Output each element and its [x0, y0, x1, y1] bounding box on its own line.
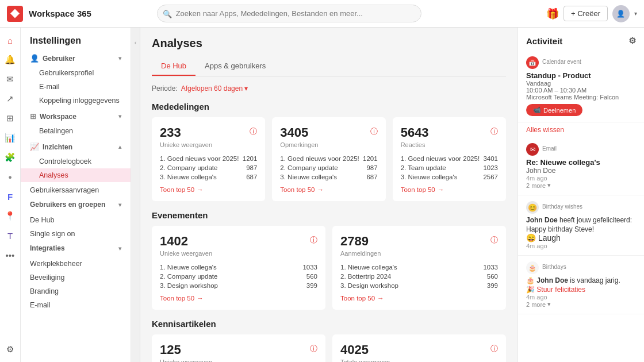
- app-logo[interactable]: [7, 6, 23, 22]
- list-item: 1. Goed nieuws voor 2025! 1201: [280, 154, 377, 163]
- arrow-right-icon: →: [197, 186, 204, 193]
- collapse-icon[interactable]: ‹: [135, 39, 137, 46]
- search-input[interactable]: [157, 5, 421, 22]
- chevron-icon: ▾: [547, 301, 551, 308]
- stat-card-opmerkingen: 3405 Opmerkingen ⓘ 1. Goed nieuws voor 2…: [272, 117, 385, 201]
- stat-card-kennis-totaal: 4025 Totale weergaven ⓘ 1. Workspace ins…: [332, 334, 506, 362]
- sidebar-item-branding[interactable]: Branding: [21, 284, 131, 298]
- activity-email-more[interactable]: 2 more ▾: [526, 182, 636, 189]
- tab-de-hub[interactable]: De Hub: [152, 57, 195, 76]
- activity-event-title: Standup - Product: [526, 71, 636, 80]
- list-item: 2. Team update 1023: [401, 163, 498, 172]
- sidebar-item-sso[interactable]: Single sign on: [21, 227, 131, 241]
- stat-number: 5643: [401, 125, 429, 140]
- show-more-link[interactable]: Toon top 50 →: [340, 295, 498, 302]
- tabs-bar: De Hub Apps & gebruikers: [152, 57, 506, 76]
- list-item: 2. Bottertrip 2024 560: [340, 272, 498, 281]
- section-evenementen-title: Evenementen: [152, 210, 506, 220]
- nav-teams-icon[interactable]: T: [2, 228, 18, 244]
- nav-home-icon[interactable]: ⌂: [2, 32, 18, 48]
- inzichten-icon: 📈: [30, 143, 39, 151]
- icon-nav-bottom: ⚙: [2, 341, 18, 357]
- sidebar-section-inzichten-header[interactable]: 📈 Inzichten ▴: [21, 139, 131, 155]
- nav-bell-icon[interactable]: 🔔: [2, 52, 18, 68]
- stat-list: 1. Nieuwe collega's 1033 2. Bottertrip 2…: [340, 263, 498, 290]
- list-item: 1. Goed nieuws voor 2025! 3401: [401, 154, 498, 163]
- nav-circle-icon[interactable]: ●: [2, 169, 18, 185]
- sidebar-section-workspace-header[interactable]: ⊞ Workspace ▾: [21, 109, 131, 124]
- activity-birthdays-action[interactable]: 🎉 Stuur felicitaties: [526, 286, 636, 294]
- nav-mail-icon[interactable]: ✉: [2, 71, 18, 87]
- stat-label: Unieke weergaven: [160, 141, 212, 148]
- info-icon: ⓘ: [250, 126, 257, 137]
- activity-item-birthdays: 🎂 Birthdays 🎂 John Doe is vandaag jarig.…: [518, 256, 644, 314]
- nav-chart-icon[interactable]: 📊: [2, 130, 18, 146]
- nav-f-icon[interactable]: F: [2, 188, 18, 205]
- stat-label: Unieke weergaven: [160, 359, 212, 362]
- mededelingen-cards: 233 Unieke weergaven ⓘ 1. Goed nieuws vo…: [152, 117, 506, 201]
- integraties-chevron-icon: ▾: [118, 245, 121, 252]
- sidebar-section-gebruikers-header[interactable]: Gebruikers en groepen ▾: [21, 197, 131, 212]
- avatar-chevron-icon[interactable]: ▾: [634, 10, 637, 17]
- clear-all-button[interactable]: Alles wissen: [518, 122, 644, 137]
- nav-location-icon[interactable]: 📍: [2, 208, 18, 224]
- nav-puzzle-icon[interactable]: 🧩: [2, 149, 18, 165]
- teams-icon: 📹: [533, 106, 541, 114]
- period-selector[interactable]: Afgelopen 60 dagen ▾: [181, 84, 248, 93]
- join-button[interactable]: 📹 Deelnemen: [526, 104, 582, 116]
- sidebar-item-werkplekbeheer[interactable]: Werkplekbeheer: [21, 257, 131, 271]
- activity-birthdays-more[interactable]: 2 more ▾: [526, 301, 636, 308]
- sidebar-item-gebruikersprofiel[interactable]: Gebruikersprofiel: [21, 66, 131, 80]
- gift-icon[interactable]: 🎁: [546, 7, 559, 20]
- sidebar-item-gebruikersaanvragen[interactable]: Gebruikersaanvragen: [21, 183, 131, 197]
- stat-number: 4025: [340, 342, 390, 357]
- activity-gear-icon[interactable]: ⚙: [628, 36, 636, 46]
- nav-grid-icon[interactable]: ⊞: [2, 110, 18, 126]
- activity-title: Activiteit: [526, 36, 562, 46]
- sidebar-collapse[interactable]: ‹: [131, 28, 140, 362]
- sidebar-item-controlelogboek[interactable]: Controlelogboek: [21, 155, 131, 168]
- sidebar-item-de-hub[interactable]: De Hub: [21, 213, 131, 227]
- sidebar-item-analyses[interactable]: Analyses: [21, 168, 131, 182]
- stat-card-reacties: 5643 Reacties ⓘ 1. Goed nieuws voor 2025…: [393, 117, 506, 201]
- icon-nav: ⌂ 🔔 ✉ ↗ ⊞ 📊 🧩 ● F 📍 T ••• ⚙: [0, 28, 21, 362]
- sidebar-item-beveiliging[interactable]: Beveiliging: [21, 271, 131, 284]
- stat-list: 1. Goed nieuws voor 2025! 3401 2. Team u…: [401, 154, 498, 182]
- stat-label: Reacties: [401, 141, 429, 148]
- show-more-link[interactable]: Toon top 50 →: [160, 295, 317, 302]
- nav-settings-icon[interactable]: ⚙: [2, 341, 18, 357]
- activity-birthday-quote: Happy birthday Steve!: [526, 225, 636, 233]
- nav-dots-icon[interactable]: •••: [2, 247, 18, 263]
- stat-number: 3405: [280, 125, 318, 140]
- tab-apps-gebruikers[interactable]: Apps & gebruikers: [195, 57, 275, 76]
- info-icon: ⓘ: [490, 126, 498, 137]
- nav-share-icon[interactable]: ↗: [2, 91, 18, 107]
- show-more-link[interactable]: Toon top 50 →: [401, 186, 498, 193]
- list-item: 1. Goed nieuws voor 2025! 1201: [160, 154, 257, 163]
- sidebar-section-integraties-header[interactable]: Integraties ▾: [21, 241, 131, 256]
- stat-label: Totale weergaven: [340, 359, 390, 362]
- arrow-right-icon: →: [377, 295, 384, 302]
- chevron-icon: ▾: [547, 182, 551, 189]
- create-button[interactable]: + Creëer: [564, 6, 608, 21]
- sidebar-item-koppeling[interactable]: Koppeling inloggegevens: [21, 94, 131, 107]
- activity-birthday-emoji: 😄 Laugh: [526, 233, 636, 242]
- show-more-link[interactable]: Toon top 50 →: [280, 186, 377, 193]
- sidebar-section-inzichten: 📈 Inzichten ▴ Controlelogboek Analyses: [21, 139, 131, 182]
- stat-number: 2789: [340, 234, 381, 249]
- sidebar-item-email[interactable]: E-mail: [21, 80, 131, 94]
- app-title: Workspace 365: [29, 9, 91, 18]
- activity-event-time: 10:00 AM – 10:30 AM: [526, 87, 636, 94]
- activity-birthdays-type: Birthdays: [542, 264, 566, 270]
- sidebar-item-betalingen[interactable]: Betalingen: [21, 124, 131, 138]
- stat-card-evenementen-uniek: 1402 Unieke weergaven ⓘ 1. Nieuwe colleg…: [152, 226, 325, 310]
- right-panel: Activiteit ⚙ 📅 Calendar event Standup - …: [518, 28, 644, 362]
- sidebar-item-email2[interactable]: E-mail: [21, 298, 131, 312]
- list-item: 3. Nieuwe collega's 2567: [401, 172, 498, 182]
- sidebar-integraties-label: Integraties: [30, 244, 65, 252]
- arrow-right-icon: →: [317, 186, 324, 193]
- show-more-link[interactable]: Toon top 50 →: [160, 186, 257, 193]
- avatar[interactable]: 👤: [612, 5, 630, 22]
- sidebar-section-gebruiker-header[interactable]: 👤 Gebruiker ▾: [21, 51, 131, 66]
- evenementen-cards: 1402 Unieke weergaven ⓘ 1. Nieuwe colleg…: [152, 226, 506, 310]
